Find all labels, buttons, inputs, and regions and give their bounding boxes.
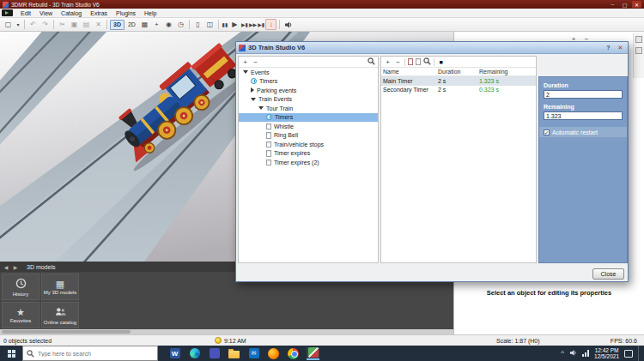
column-header-remaining[interactable]: Remaining [479, 69, 538, 75]
tree-item-tour-train[interactable]: Tour Train [239, 104, 378, 113]
tree-item-whistle[interactable]: Whistle [239, 122, 378, 131]
tree-item-timers[interactable]: Timers [239, 77, 378, 87]
tree-item-timer-expires[interactable]: Timer expires [239, 149, 378, 159]
chevron-down-icon[interactable] [251, 98, 256, 101]
new-file-caret-icon[interactable]: ▾ [15, 19, 21, 30]
dialog-close-icon[interactable]: ✕ [616, 44, 625, 52]
redo-icon[interactable]: ↷ [39, 19, 51, 30]
tree-item-ring-bell[interactable]: Ring Bell [239, 131, 378, 141]
tree-item-parking-events[interactable]: Parking events [239, 86, 378, 95]
start-button[interactable] [0, 346, 22, 361]
tree-item-train-vehicle-stops[interactable]: Train/vehicle stops [239, 140, 378, 149]
menu-view[interactable]: View [35, 9, 57, 18]
cell-name: Main Timer [383, 78, 438, 84]
tree-item-timer-expires-2[interactable]: Timer expires (2) [239, 158, 378, 167]
menu-plugins[interactable]: Plugins [112, 9, 140, 18]
skip-end-button[interactable]: ▶▮ [258, 19, 264, 30]
pause-button[interactable]: ▮▮ [222, 19, 228, 30]
panel-tab-icon[interactable] [635, 36, 642, 43]
taskbar-search[interactable] [22, 346, 158, 361]
scrollbar-thumb[interactable] [2, 330, 131, 334]
dialog-close-button[interactable]: Close [592, 268, 624, 280]
chevron-down-icon[interactable] [243, 70, 248, 74]
menu-edit[interactable]: Edit [16, 9, 35, 18]
word-icon[interactable]: W [168, 347, 181, 360]
tile-online-catalog[interactable]: Online catalog [41, 302, 79, 328]
tray-expand-icon[interactable]: ^ [561, 350, 564, 357]
automatic-restart-row[interactable]: ✓ Automatic restart [539, 127, 627, 137]
teams-icon[interactable] [208, 347, 221, 360]
speaker-icon[interactable] [283, 19, 294, 30]
maximize-button[interactable]: ▢ [620, 1, 629, 8]
tile-history[interactable]: History [2, 274, 39, 300]
remove-timer-icon[interactable]: − [394, 57, 402, 67]
cut-icon[interactable]: ✂ [57, 19, 68, 30]
file-explorer-icon[interactable] [228, 347, 240, 360]
view-2d-button[interactable]: 2D [125, 20, 138, 30]
play-button[interactable]: ▶ [229, 19, 240, 30]
automatic-restart-checkbox[interactable]: ✓ [544, 129, 550, 135]
table-search-icon[interactable] [423, 57, 431, 67]
remove-event-icon[interactable]: − [252, 57, 259, 67]
menu-catalog[interactable]: Catalog [57, 9, 86, 18]
network-icon[interactable] [582, 350, 589, 357]
events-tree-panel: + − Events Timers Parking events [238, 56, 379, 263]
new-file-icon[interactable]: ▢ [3, 19, 14, 30]
record-download-icon[interactable]: ↓ [265, 19, 276, 30]
search-input[interactable] [38, 351, 154, 357]
delete-icon[interactable]: ✕ [93, 19, 104, 30]
grid-icon[interactable]: ▦ [139, 19, 150, 30]
sim-time-text: 9:12 AM [224, 338, 246, 344]
copy-icon[interactable]: ▣ [69, 19, 80, 30]
panel-tab-icon[interactable] [635, 47, 642, 54]
app-menu-icon[interactable] [2, 9, 13, 16]
stop-icon[interactable]: ■ [437, 57, 445, 67]
minimize-button[interactable]: – [608, 1, 617, 8]
export-icon[interactable] [408, 58, 413, 65]
nav-back-icon[interactable]: ◀ [3, 264, 9, 270]
train-studio-taskbar-icon[interactable] [307, 347, 319, 360]
dialog-title-bar: 3D Train Studio V6 ? ✕ [236, 42, 628, 54]
remaining-field[interactable] [544, 111, 623, 120]
clock-icon[interactable]: ◷ [175, 19, 186, 30]
show-desktop-button[interactable] [638, 346, 641, 361]
menu-extras[interactable]: Extras [86, 9, 112, 18]
tree-item-timers-selected[interactable]: Timers [239, 113, 378, 123]
people-icon [55, 306, 66, 319]
edge-icon[interactable] [188, 347, 201, 360]
mail-icon[interactable]: ✉ [247, 347, 260, 360]
tree-search-icon[interactable] [368, 57, 375, 67]
action-center-icon[interactable] [624, 350, 633, 358]
tray-speaker-icon[interactable] [569, 349, 577, 358]
tile-favorites[interactable]: ★ Favorites [2, 302, 39, 328]
close-button[interactable]: ✕ [632, 1, 641, 8]
taskbar-clock[interactable]: 12:42 PM 12/5/2021 [594, 347, 619, 360]
layout-split-icon[interactable]: ◫ [204, 19, 216, 30]
add-object-icon[interactable]: + [151, 19, 162, 30]
add-timer-icon[interactable]: + [384, 57, 392, 67]
tile-my-3d-models[interactable]: ▦ My 3D models [41, 274, 79, 300]
layout-single-icon[interactable]: ▯ [192, 19, 204, 30]
firefox-icon[interactable] [267, 347, 280, 360]
add-event-icon[interactable]: + [241, 57, 249, 67]
table-row-secondary-timer[interactable]: Secondary Timer 2 s 0.323 s [381, 86, 536, 95]
column-header-name[interactable]: Name [383, 69, 438, 75]
chevron-down-icon[interactable] [258, 106, 264, 110]
column-header-duration[interactable]: Duration [438, 69, 479, 75]
tree-item-events[interactable]: Events [239, 68, 378, 77]
camera-icon[interactable]: ◉ [163, 19, 174, 30]
chrome-icon[interactable] [287, 347, 300, 360]
step-forward-button[interactable]: ▶▮ [241, 19, 248, 30]
paste-icon[interactable]: ▤ [81, 19, 92, 30]
fast-forward-button[interactable]: ▶▶ [249, 19, 257, 30]
menu-help[interactable]: Help [140, 9, 161, 18]
tree-item-train-events[interactable]: Train Events [239, 95, 378, 105]
table-row-main-timer[interactable]: Main Timer 2 s 1.323 s [381, 76, 536, 86]
dialog-help-button[interactable]: ? [604, 44, 613, 52]
import-icon[interactable] [416, 58, 421, 65]
undo-icon[interactable]: ↶ [27, 19, 39, 30]
chevron-right-icon[interactable] [251, 87, 254, 93]
nav-forward-icon[interactable]: ▶ [12, 264, 19, 270]
duration-field[interactable] [544, 90, 623, 99]
view-3d-button[interactable]: 3D [110, 20, 125, 30]
